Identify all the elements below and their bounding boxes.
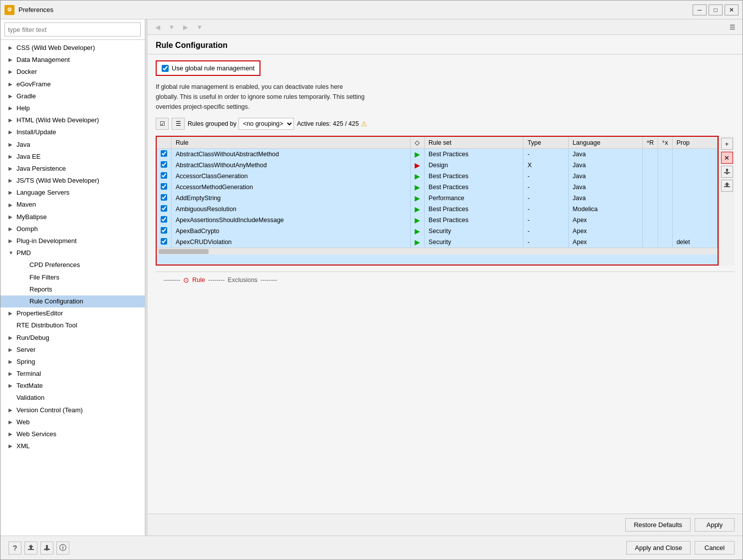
row-checkbox-cell[interactable] [157, 215, 172, 226]
sidebar-item-java-ee[interactable]: ▶ Java EE [0, 151, 145, 163]
sidebar-item-xml[interactable]: ▶ XML [0, 440, 145, 452]
row-checkbox[interactable] [161, 205, 167, 212]
sidebar-item-plugin-development[interactable]: ▶ Plug-in Development [0, 235, 145, 247]
apply-and-close-button[interactable]: Apply and Close [626, 541, 691, 555]
remove-rule-button[interactable]: ✕ [721, 152, 733, 164]
use-global-checkbox[interactable] [162, 65, 169, 72]
sidebar-item-server[interactable]: ▶ Server [0, 344, 145, 356]
menu-button[interactable]: ☰ [727, 21, 739, 32]
import-rule-button[interactable] [721, 166, 733, 178]
scrollbar-thumb[interactable] [159, 249, 209, 254]
rules-table-wrapper[interactable]: Rule ◇ Rule set Type Language ᵃR ˢx Prop [157, 137, 718, 265]
sidebar-item-cpd-preferences[interactable]: CPD Preferences [0, 259, 145, 271]
sidebar-item-web[interactable]: ▶ Web [0, 416, 145, 428]
row-checkbox[interactable] [161, 216, 167, 223]
maximize-button[interactable]: □ [709, 4, 723, 15]
sidebar-item-egovframe[interactable]: ▶ eGovFrame [0, 78, 145, 90]
row-checkbox-cell[interactable] [157, 226, 172, 237]
sidebar-item-html[interactable]: ▶ HTML (Wild Web Developer) [0, 114, 145, 126]
export-settings-button[interactable] [24, 542, 37, 555]
forward-button[interactable]: ▶ [180, 21, 192, 32]
sidebar-item-validation[interactable]: Validation [0, 392, 145, 404]
expand-arrow: ▶ [8, 93, 15, 100]
row-checkbox[interactable] [161, 161, 167, 168]
row-checkbox[interactable] [161, 183, 167, 190]
cancel-button[interactable]: Cancel [695, 541, 735, 555]
dropdown-forward-button[interactable]: ▼ [194, 21, 206, 32]
import-settings-button[interactable] [40, 542, 53, 555]
row-type: - [523, 171, 568, 182]
row-checkbox-cell[interactable] [157, 171, 172, 182]
col-sx[interactable]: ˢx [658, 137, 672, 149]
sidebar-item-run-debug[interactable]: ▶ Run/Debug [0, 332, 145, 344]
sidebar-item-docker[interactable]: ▶ Docker [0, 66, 145, 78]
row-flag-cell: ▶ [410, 193, 424, 204]
col-type[interactable]: Type [523, 137, 568, 149]
col-rule[interactable]: Rule [172, 137, 411, 149]
dropdown-back-button[interactable]: ▼ [166, 21, 178, 32]
sidebar-item-language-servers[interactable]: ▶ Language Servers [0, 187, 145, 199]
back-button[interactable]: ◀ [152, 21, 164, 32]
export-rule-button[interactable] [721, 180, 733, 192]
row-checkbox-cell[interactable] [157, 149, 172, 160]
sidebar-item-properties-editor[interactable]: ▶ PropertiesEditor [0, 307, 145, 319]
svg-rect-1 [726, 169, 728, 172]
restore-defaults-button[interactable]: Restore Defaults [625, 518, 691, 532]
sidebar-item-mybatipse[interactable]: ▶ MyBatipse [0, 211, 145, 223]
add-rule-button[interactable]: + [721, 138, 733, 150]
sidebar-item-version-control[interactable]: ▶ Version Control (Team) [0, 404, 145, 416]
exclusions-tab[interactable]: Exclusions [228, 277, 257, 283]
row-checkbox-cell[interactable] [157, 160, 172, 171]
row-ruleset: Design [424, 160, 523, 171]
sidebar-item-java[interactable]: ▶ Java [0, 139, 145, 151]
col-ruleset[interactable]: Rule set [424, 137, 523, 149]
col-language[interactable]: Language [568, 137, 643, 149]
toggle-all-button[interactable]: ☑ [156, 118, 169, 130]
sidebar-item-web-services[interactable]: ▶ Web Services [0, 428, 145, 440]
sidebar-item-css[interactable]: ▶ CSS (Wild Web Developer) [0, 42, 145, 54]
close-button[interactable]: ✕ [725, 4, 739, 15]
row-checkbox[interactable] [161, 172, 167, 179]
sidebar-item-install-update[interactable]: ▶ Install/Update [0, 126, 145, 138]
sidebar-item-jsts[interactable]: ▶ JS/TS (Wild Web Developer) [0, 175, 145, 187]
horizontal-scrollbar[interactable] [157, 248, 718, 255]
col-sr[interactable]: ᵃR [643, 137, 658, 149]
row-checkbox-cell[interactable] [157, 182, 172, 193]
row-prop [672, 215, 717, 226]
row-checkbox[interactable] [161, 238, 167, 245]
row-sx [658, 204, 672, 215]
row-checkbox[interactable] [161, 194, 167, 201]
svg-rect-11 [46, 545, 48, 549]
apply-button[interactable]: Apply [695, 518, 735, 532]
sidebar-item-oomph[interactable]: ▶ Oomph [0, 223, 145, 235]
row-rule-name: ApexBadCrypto [172, 226, 411, 237]
col-prop[interactable]: Prop [672, 137, 717, 149]
info-button[interactable]: ⓘ [56, 542, 69, 555]
row-checkbox[interactable] [161, 150, 167, 157]
help-button[interactable]: ? [8, 542, 21, 555]
search-input[interactable] [4, 22, 141, 36]
sidebar-item-reports[interactable]: Reports [0, 283, 145, 295]
sidebar-item-file-filters[interactable]: File Filters [0, 272, 145, 283]
sidebar-item-spring[interactable]: ▶ Spring [0, 356, 145, 368]
sidebar-item-terminal[interactable]: ▶ Terminal [0, 368, 145, 380]
minimize-button[interactable]: ─ [693, 4, 707, 15]
sidebar-item-pmd[interactable]: ▼ PMD [0, 247, 145, 259]
view-button[interactable]: ☰ [172, 118, 185, 130]
sidebar-item-gradle[interactable]: ▶ Gradle [0, 90, 145, 102]
row-checkbox[interactable] [161, 227, 167, 234]
sidebar-item-textmate[interactable]: ▶ TextMate [0, 380, 145, 392]
row-checkbox-cell[interactable] [157, 204, 172, 215]
row-checkbox-cell[interactable] [157, 193, 172, 204]
rule-tab[interactable]: Rule [192, 277, 205, 283]
sidebar-item-rule-configuration[interactable]: Rule Configuration [0, 295, 145, 307]
sidebar-item-java-persistence[interactable]: ▶ Java Persistence [0, 163, 145, 175]
groupby-dropdown[interactable]: <no grouping> Rule set Language Type [239, 118, 294, 130]
sidebar-item-help[interactable]: ▶ Help [0, 102, 145, 114]
row-checkbox-cell[interactable] [157, 237, 172, 248]
content-body: Use global rule management If global rul… [148, 54, 743, 514]
sidebar-item-rte[interactable]: RTE Distribution Tool [0, 319, 145, 331]
sidebar-item-data-management[interactable]: ▶ Data Management [0, 54, 145, 66]
sidebar-item-maven[interactable]: ▶ Maven [0, 199, 145, 211]
row-sx [658, 193, 672, 204]
